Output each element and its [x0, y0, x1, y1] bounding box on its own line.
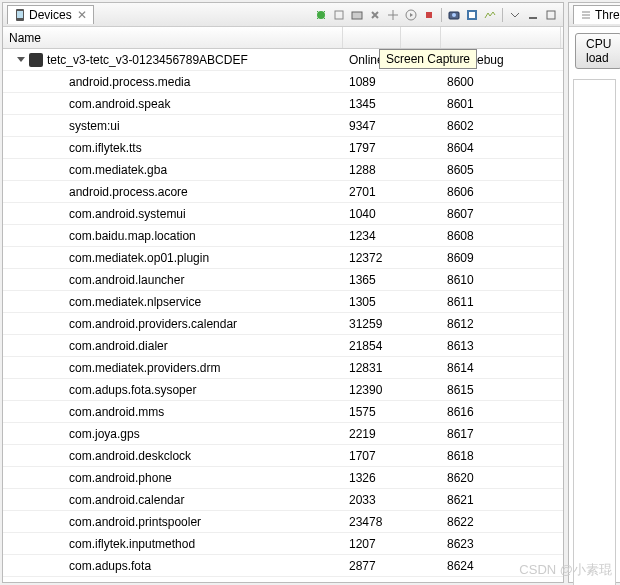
process-row[interactable]: com.android.dialer218548613	[3, 335, 563, 357]
process-pid: 2877	[343, 556, 401, 576]
process-name: com.android.phone	[3, 468, 343, 488]
process-row[interactable]: com.android.phone13268620	[3, 467, 563, 489]
process-name: com.android.systemui	[3, 204, 343, 224]
process-row[interactable]: com.mediatek.gba12888605	[3, 159, 563, 181]
process-pid: 1797	[343, 138, 401, 158]
view-menu-icon[interactable]	[507, 7, 523, 23]
screen-capture-icon[interactable]	[446, 7, 462, 23]
process-name: com.iflytek.inputmethod	[3, 534, 343, 554]
col-pid[interactable]	[343, 27, 401, 48]
process-row[interactable]: com.android.speak13458601	[3, 93, 563, 115]
systrace-icon[interactable]	[482, 7, 498, 23]
process-port: 8607	[441, 204, 561, 224]
process-name: com.adups.fota	[3, 556, 343, 576]
process-row[interactable]: com.mediatek.providers.drm128318614	[3, 357, 563, 379]
threads-icon	[580, 9, 592, 21]
threads-tabbar: Threads	[569, 3, 620, 27]
minimize-icon[interactable]	[525, 7, 541, 23]
process-row[interactable]: com.android.providers.calendar312598612	[3, 313, 563, 335]
process-pid: 12372	[343, 248, 401, 268]
process-port: 8623	[441, 534, 561, 554]
device-icon	[14, 8, 26, 22]
debug-icon[interactable]	[313, 7, 329, 23]
process-name: com.adups.fota.sysoper	[3, 380, 343, 400]
device-name: tetc_v3-tetc_v3-0123456789ABCDEF	[47, 53, 248, 67]
svg-rect-11	[529, 17, 537, 19]
process-port: 8602	[441, 116, 561, 136]
process-pid: 1575	[343, 402, 401, 422]
process-name: com.iflytek.tts	[3, 138, 343, 158]
process-pid: 12390	[343, 380, 401, 400]
process-pid: 1040	[343, 204, 401, 224]
col-name[interactable]: Name	[3, 27, 343, 48]
process-row[interactable]: com.android.mms15758616	[3, 401, 563, 423]
process-name: com.joya.gps	[3, 424, 343, 444]
gc-icon[interactable]	[367, 7, 383, 23]
process-name: com.android.calendar	[3, 490, 343, 510]
process-name: system_process	[3, 578, 343, 584]
device-icon	[29, 53, 43, 67]
process-port: 8616	[441, 402, 561, 422]
threads-content	[573, 79, 616, 585]
process-port: 8621	[441, 490, 561, 510]
process-row[interactable]: system_process7658633	[3, 577, 563, 583]
process-pid: 1305	[343, 292, 401, 312]
process-name: system:ui	[3, 116, 343, 136]
process-row[interactable]: com.adups.fota.sysoper123908615	[3, 379, 563, 401]
svg-rect-10	[469, 12, 475, 18]
process-row[interactable]: android.process.acore27018606	[3, 181, 563, 203]
update-threads-icon[interactable]	[385, 7, 401, 23]
process-row[interactable]: com.android.systemui10408607	[3, 203, 563, 225]
process-row[interactable]: com.android.launcher13658610	[3, 269, 563, 291]
col-port[interactable]	[441, 27, 561, 48]
process-row[interactable]: com.android.calendar20338621	[3, 489, 563, 511]
process-name: com.mediatek.providers.drm	[3, 358, 343, 378]
process-pid: 1234	[343, 226, 401, 246]
maximize-icon[interactable]	[543, 7, 559, 23]
process-name: com.android.speak	[3, 94, 343, 114]
process-name: com.android.launcher	[3, 270, 343, 290]
cpu-load-button[interactable]: CPU load	[575, 33, 620, 69]
devices-tab-label: Devices	[29, 8, 72, 22]
svg-rect-4	[352, 12, 362, 19]
process-row[interactable]: com.joya.gps22198617	[3, 423, 563, 445]
stop-icon[interactable]	[421, 7, 437, 23]
col-blank[interactable]	[401, 27, 441, 48]
process-name: android.process.acore	[3, 182, 343, 202]
process-name: com.android.printspooler	[3, 512, 343, 532]
process-row[interactable]: com.mediatek.nlpservice13058611	[3, 291, 563, 313]
threads-panel: Threads CPU load	[568, 2, 620, 583]
svg-rect-1	[17, 11, 23, 18]
process-port: 8612	[441, 314, 561, 334]
process-row[interactable]: system:ui93478602	[3, 115, 563, 137]
process-pid: 1288	[343, 160, 401, 180]
process-pid: 2219	[343, 424, 401, 444]
process-port: 8608	[441, 226, 561, 246]
process-row[interactable]: com.android.deskclock17078618	[3, 445, 563, 467]
dump-icon[interactable]	[349, 7, 365, 23]
process-row[interactable]: com.iflytek.tts17978604	[3, 137, 563, 159]
process-pid: 31259	[343, 314, 401, 334]
devices-tab[interactable]: Devices ✕	[7, 5, 94, 24]
svg-rect-6	[426, 12, 432, 18]
expand-icon[interactable]	[17, 57, 25, 62]
threads-tab[interactable]: Threads	[573, 5, 620, 24]
process-pid: 1707	[343, 446, 401, 466]
start-method-icon[interactable]	[403, 7, 419, 23]
process-pid: 1089	[343, 72, 401, 92]
process-row[interactable]: com.android.printspooler234788622	[3, 511, 563, 533]
process-row[interactable]: com.baidu.map.location12348608	[3, 225, 563, 247]
process-name: com.android.providers.calendar	[3, 314, 343, 334]
process-row[interactable]: com.mediatek.op01.plugin123728609	[3, 247, 563, 269]
process-name: com.mediatek.gba	[3, 160, 343, 180]
dump-view-icon[interactable]	[464, 7, 480, 23]
close-icon[interactable]: ✕	[77, 8, 87, 22]
process-port: 8622	[441, 512, 561, 532]
process-row[interactable]: com.adups.fota28778624	[3, 555, 563, 577]
process-name: android.process.media	[3, 72, 343, 92]
heap-icon[interactable]	[331, 7, 347, 23]
process-row[interactable]: com.iflytek.inputmethod12078623	[3, 533, 563, 555]
tooltip-screen-capture: Screen Capture	[379, 49, 477, 69]
process-row[interactable]: android.process.media10898600	[3, 71, 563, 93]
device-row[interactable]: tetc_v3-tetc_v3-0123456789ABCDEFOnline5.…	[3, 49, 563, 71]
